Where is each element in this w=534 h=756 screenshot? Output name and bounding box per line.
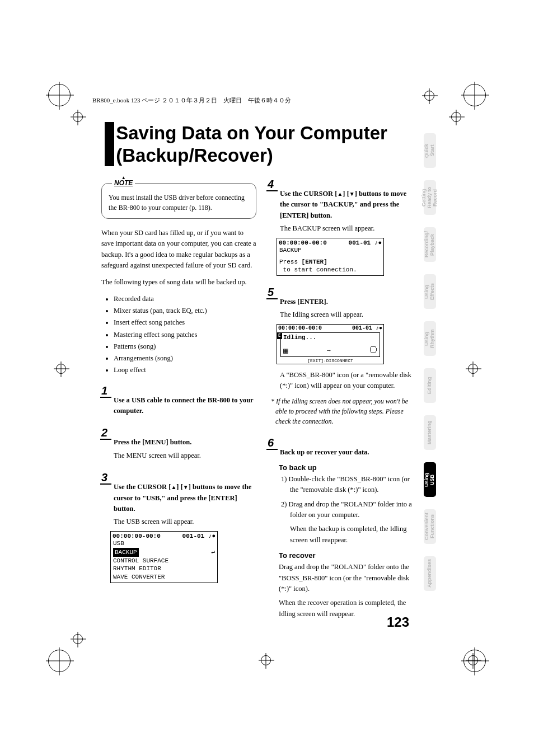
step-text: Use the CURSOR [▲] [▼] buttons to move t… <box>101 482 256 514</box>
step-text: Use a USB cable to connect the BR-800 to… <box>101 395 256 417</box>
reg-mark-mid2 <box>451 112 461 122</box>
reg-mark-tl <box>48 84 71 106</box>
lcd-time: 00:00:00-00:0 <box>279 240 327 246</box>
tab-mastering[interactable]: Mastering <box>424 415 436 450</box>
step-num: 3 <box>101 471 107 484</box>
lcd-line: to start connection. <box>279 266 381 274</box>
tab-getting-ready[interactable]: Getting Ready to Record <box>424 180 436 215</box>
lcd-pos: 001-01 ♪● <box>352 325 382 331</box>
bullet-item: Mastering effect song patches <box>114 329 256 341</box>
idling-text: Idling... <box>283 334 377 341</box>
reg-mark-bot <box>261 655 271 665</box>
step-sub: The MENU screen will appear. <box>101 450 256 461</box>
lcd-selected: BACKUP <box>113 548 139 557</box>
step-2: 2 Press the [MENU] button. The MENU scre… <box>101 426 256 461</box>
tab-recording[interactable]: Recording/ Playback <box>424 227 436 262</box>
step-text: Press the [MENU] button. <box>101 437 256 448</box>
reg-mark-left <box>56 364 66 374</box>
lcd-item: WAVE CONVERTER <box>113 573 215 581</box>
bullet-item: Arrangements (song) <box>114 353 256 364</box>
tab-usb[interactable]: Using USB <box>424 462 436 497</box>
backup-bullets: Recorded data Mixer status (pan, track E… <box>101 293 256 377</box>
left-column: NOTE You must install the USB driver bef… <box>101 183 256 593</box>
tab-rhythm[interactable]: Using Rhythm <box>424 321 436 356</box>
note-box: NOTE You must install the USB driver bef… <box>101 183 256 219</box>
lcd-time: 00:00:00-00:0 <box>278 325 322 331</box>
step-num: 5 <box>268 286 274 299</box>
step-text: Use the CURSOR [▲] [▼] buttons to move t… <box>268 189 414 221</box>
tab-effects[interactable]: Using Effects <box>424 274 436 309</box>
lcd-idling-screen: 00:00:00-00:0 001-01 ♪● E Idling... ▦ ⟶ … <box>277 324 384 364</box>
after-text: When the backup is completed, the Idling… <box>279 524 414 546</box>
step-num: 2 <box>101 426 107 439</box>
note-text: You must install the USB driver before c… <box>109 194 245 212</box>
arrow-icon: ⟶ <box>327 348 330 354</box>
lcd-line: Press [ENTER] <box>279 258 381 266</box>
step-num: 6 <box>268 436 274 449</box>
note-label: NOTE <box>112 178 135 188</box>
up-triangle-icon: ▲ <box>337 191 343 197</box>
bullet-item: Patterns (song) <box>114 341 256 353</box>
lcd-time: 00:00:00-00:0 <box>113 533 161 539</box>
step-sub: The USB screen will appear. <box>101 516 256 527</box>
step-after: A "BOSS_BR-800" icon (or a "removable di… <box>268 370 414 392</box>
lcd-pos: 001-01 ♪● <box>349 240 382 246</box>
page-title-block: Saving Data on Your Computer (Backup/Rec… <box>105 122 414 166</box>
step-num: 4 <box>268 178 274 191</box>
reg-mark-mid <box>73 112 83 122</box>
lcd-title: USB <box>111 540 217 547</box>
step-sub: The BACKUP screen will appear. <box>268 223 414 234</box>
lcd-bottom: [EXIT]:DISCONNECT <box>277 358 383 364</box>
backup-heading: To back up <box>268 463 414 472</box>
step-num: 1 <box>101 384 107 397</box>
reg-mark-right2 <box>468 655 478 665</box>
pc-icon: 🖵 <box>369 346 377 355</box>
lcd-pos: 001-01 ♪● <box>182 533 216 539</box>
intro-text: When your SD card has filled up, or if y… <box>101 228 256 271</box>
down-triangle-icon: ▼ <box>183 484 189 490</box>
reg-mark-tr <box>463 84 486 106</box>
step-text: Press [ENTER]. <box>268 297 414 307</box>
recover-heading: To recover <box>268 551 414 560</box>
tab-editing[interactable]: Editing <box>424 368 436 403</box>
step-1: 1 Use a USB cable to connect the BR-800 … <box>101 384 256 417</box>
tab-convenient[interactable]: Convenient Functions <box>424 509 436 544</box>
step-6: 6 Back up or recover your data. To back … <box>268 436 414 620</box>
lcd-usb-screen: 00:00:00-00:0 001-01 ♪● USB BACKUP↵ CONT… <box>110 531 218 583</box>
up-triangle-icon: ▲ <box>171 484 176 490</box>
backup-intro: The following types of song data will be… <box>101 277 256 288</box>
reg-mark-bl <box>48 650 71 672</box>
lcd-title: BACKUP <box>278 247 383 253</box>
tab-appendixes[interactable]: Appendixes <box>424 556 436 591</box>
step-sub: The Idling screen will appear. <box>268 309 414 320</box>
bullet-item: Mixer status (pan, track EQ, etc.) <box>114 305 256 317</box>
reg-mark-top <box>424 91 434 101</box>
lcd-item: RHYTHM EDITOR <box>113 565 215 572</box>
bullet-item: Loop effect <box>114 364 256 376</box>
list-item: 2) Drag and drop the "ROLAND" folder int… <box>279 499 414 521</box>
br-icon: ▦ <box>283 346 288 355</box>
reg-mark-right <box>468 364 478 374</box>
page-title: Saving Data on Your Computer (Backup/Rec… <box>116 122 414 166</box>
tab-quick-start[interactable]: Quick Start <box>424 133 436 168</box>
reg-mark-mid3 <box>73 634 83 644</box>
right-column: 4 Use the CURSOR [▲] [▼] buttons to move… <box>268 178 414 630</box>
recover-text: Drag and drop the "ROLAND" folder onto t… <box>268 562 414 594</box>
book-header: BR800_e.book 123 ページ ２０１０年３月２日 火曜日 午後６時４… <box>92 96 291 105</box>
side-tabs: Quick Start Getting Ready to Record Reco… <box>424 133 436 591</box>
step-4: 4 Use the CURSOR [▲] [▼] buttons to move… <box>268 178 414 276</box>
step-3: 3 Use the CURSOR [▲] [▼] buttons to move… <box>101 471 256 583</box>
bullet-item: Recorded data <box>114 293 256 305</box>
list-item: 1) Double-click the "BOSS_BR-800" icon (… <box>279 474 414 496</box>
title-bar <box>105 122 114 166</box>
lcd-backup-screen: 00:00:00-00:0 001-01 ♪● BACKUP Press [EN… <box>277 238 384 276</box>
lcd-item: CONTROL SURFACE <box>113 557 215 565</box>
step-text: Back up or recover your data. <box>268 447 414 458</box>
page-number: 123 <box>387 614 409 630</box>
down-triangle-icon: ▼ <box>349 191 355 197</box>
bullet-item: Insert effect song patches <box>114 317 256 328</box>
step-5: 5 Press [ENTER]. The Idling screen will … <box>268 286 414 426</box>
italic-footnote: * If the Idling screen does not appear, … <box>268 396 414 426</box>
